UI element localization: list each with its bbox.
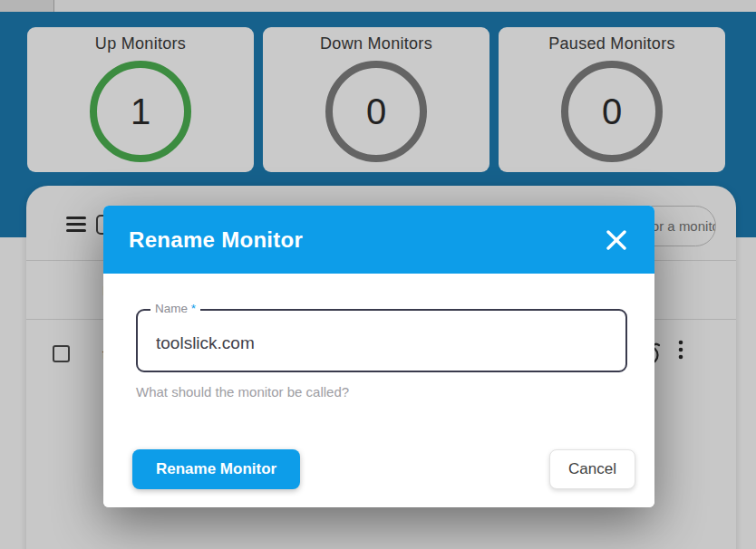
rename-monitor-modal: Rename Monitor Name * What should the mo… xyxy=(103,206,654,507)
modal-body: Name * What should the monitor be called… xyxy=(103,274,654,507)
modal-header: Rename Monitor xyxy=(103,206,654,274)
close-icon[interactable] xyxy=(606,229,627,251)
name-input[interactable] xyxy=(138,311,625,371)
name-field-outline: Name * xyxy=(136,309,627,372)
cancel-button[interactable]: Cancel xyxy=(549,449,635,489)
modal-title: Rename Monitor xyxy=(129,227,303,253)
chrome-divider xyxy=(53,0,54,12)
chrome-segment xyxy=(0,0,53,12)
browser-chrome-sliver xyxy=(0,0,756,12)
name-field-helper-text: What should the monitor be called? xyxy=(136,384,349,400)
app-viewport: Up Monitors 1 Down Monitors 0 Paused Mon… xyxy=(0,0,756,549)
rename-monitor-button[interactable]: Rename Monitor xyxy=(132,449,300,489)
